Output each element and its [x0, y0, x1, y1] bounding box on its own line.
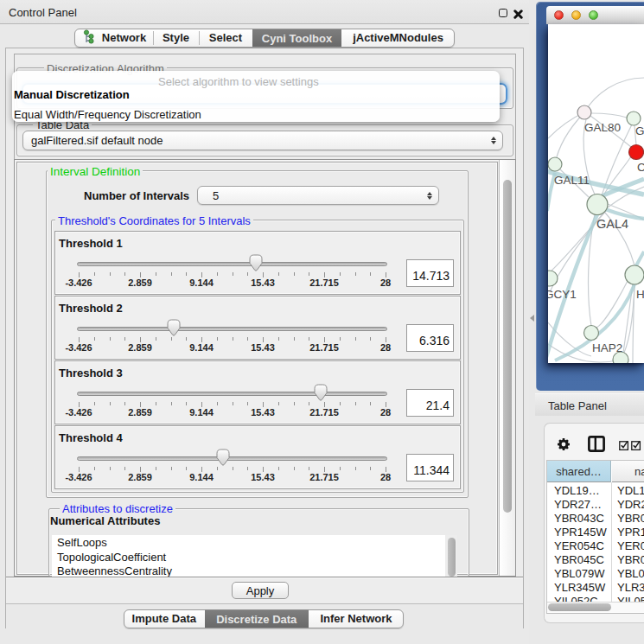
svg-text:H: H	[636, 288, 644, 301]
svg-text:HAP2: HAP2	[592, 341, 622, 354]
svg-text:GAL4: GAL4	[596, 217, 628, 231]
svg-text:GCY1: GCY1	[548, 288, 577, 301]
svg-text:GAL80: GAL80	[584, 121, 621, 134]
svg-text:GAL11: GAL11	[554, 174, 590, 187]
svg-text:GA: GA	[635, 124, 644, 137]
svg-text:C: C	[637, 161, 644, 174]
